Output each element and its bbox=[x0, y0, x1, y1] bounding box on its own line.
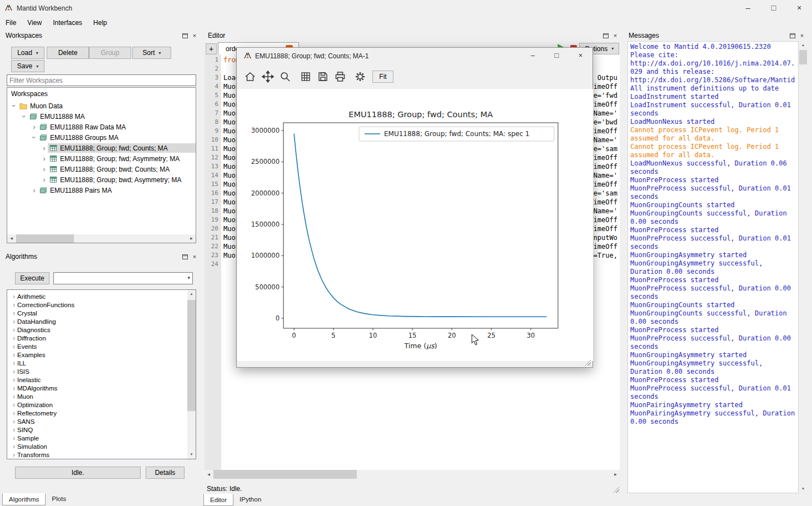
menu-file[interactable]: File bbox=[0, 17, 22, 30]
save-button[interactable]: Save▾ bbox=[11, 60, 44, 72]
float-panel-icon[interactable] bbox=[181, 253, 189, 260]
algorithm-category[interactable]: ›Simulation bbox=[7, 442, 187, 450]
algorithm-category[interactable]: ›DataHandling bbox=[7, 317, 187, 325]
algorithm-category[interactable]: ›Muon bbox=[7, 392, 187, 400]
algorithm-search-combobox[interactable]: ▾ bbox=[53, 272, 193, 284]
expand-arrow-icon[interactable]: › bbox=[11, 352, 17, 358]
expand-arrow-icon[interactable]: › bbox=[11, 443, 17, 450]
execute-button[interactable]: Execute bbox=[15, 272, 49, 284]
algorithm-category[interactable]: ›Examples bbox=[7, 350, 187, 359]
maximize-icon[interactable]: □ bbox=[761, 0, 786, 17]
print-icon[interactable] bbox=[333, 70, 347, 83]
delete-button[interactable]: Delete bbox=[47, 47, 89, 59]
home-icon[interactable] bbox=[243, 70, 257, 83]
scroll-left-arrow-icon[interactable]: ◀ bbox=[7, 234, 16, 243]
algorithm-category[interactable]: ›Events bbox=[7, 342, 187, 350]
expand-arrow-icon[interactable]: › bbox=[41, 155, 48, 162]
expand-arrow-icon[interactable]: › bbox=[11, 435, 17, 442]
expand-arrow-icon[interactable]: › bbox=[11, 302, 17, 308]
algorithm-category[interactable]: ›Arithmetic bbox=[7, 292, 187, 300]
algorithm-category[interactable]: ›ILL bbox=[7, 359, 187, 367]
expand-arrow-icon[interactable]: › bbox=[11, 385, 17, 392]
workspace-item[interactable]: ›Muon Data bbox=[7, 101, 196, 111]
workspace-item[interactable]: ›EMU11888 Pairs MA bbox=[7, 185, 196, 196]
new-tab-button[interactable]: + bbox=[206, 43, 217, 54]
close-panel-icon[interactable]: × bbox=[798, 32, 806, 39]
expand-arrow-icon[interactable]: › bbox=[11, 360, 17, 367]
vertical-scrollbar[interactable]: ▲ ▼ bbox=[799, 41, 808, 493]
vertical-scrollbar[interactable]: ▲ ▼ bbox=[187, 290, 196, 459]
tab-algorithms[interactable]: Algorithms bbox=[2, 493, 46, 505]
algorithm-category[interactable]: ›CorrectionFunctions bbox=[7, 300, 187, 309]
sort-button[interactable]: Sort▾ bbox=[132, 47, 171, 59]
expand-arrow-icon[interactable]: › bbox=[41, 176, 48, 183]
filter-workspaces-input[interactable] bbox=[7, 74, 196, 86]
close-icon[interactable]: × bbox=[569, 48, 592, 64]
scrollbar-thumb[interactable] bbox=[213, 470, 357, 479]
algorithm-category[interactable]: ›Crystal bbox=[7, 309, 187, 317]
workspace-item[interactable]: ›EMU11888; Group; fwd; Counts; MA bbox=[7, 143, 196, 153]
expand-arrow-icon[interactable]: › bbox=[41, 144, 48, 152]
algorithm-category[interactable]: ›SINQ bbox=[7, 425, 187, 434]
save-icon[interactable] bbox=[316, 70, 330, 83]
workspace-item[interactable]: ›EMU11888 MA bbox=[7, 111, 196, 122]
resize-grip[interactable] bbox=[612, 486, 619, 493]
horizontal-scrollbar[interactable]: ◀ ▶ bbox=[205, 470, 620, 479]
plot-window[interactable]: EMU11888; Group; fwd; Counts; MA-1 – □ × bbox=[236, 47, 593, 368]
plot-canvas[interactable]: 0510152025300500000100000015000002000000… bbox=[237, 89, 593, 361]
float-panel-icon[interactable] bbox=[602, 32, 610, 39]
zoom-icon[interactable] bbox=[278, 70, 292, 83]
algorithm-category-list[interactable]: ›Arithmetic›CorrectionFunctions›Crystal›… bbox=[7, 289, 196, 459]
tab-plots[interactable]: Plots bbox=[46, 493, 72, 505]
expand-arrow-icon[interactable]: › bbox=[41, 166, 48, 173]
expand-arrow-icon[interactable]: › bbox=[11, 452, 17, 458]
menu-view[interactable]: View bbox=[22, 17, 47, 30]
expand-arrow-icon[interactable]: › bbox=[11, 327, 17, 333]
expand-arrow-icon[interactable]: › bbox=[11, 410, 17, 417]
expand-arrow-icon[interactable]: › bbox=[11, 393, 17, 400]
resize-grip[interactable] bbox=[584, 359, 591, 365]
close-panel-icon[interactable]: × bbox=[191, 32, 198, 39]
scroll-right-arrow-icon[interactable]: ▶ bbox=[187, 234, 196, 243]
algorithm-category[interactable]: ›Inelastic bbox=[7, 375, 187, 384]
expand-arrow-icon[interactable]: › bbox=[11, 335, 17, 342]
algorithm-category[interactable]: ›Diagnostics bbox=[7, 325, 187, 334]
settings-gear-icon[interactable] bbox=[353, 70, 367, 83]
group-button[interactable]: Group bbox=[89, 47, 131, 59]
maximize-icon[interactable]: □ bbox=[545, 48, 569, 64]
expand-arrow-icon[interactable]: › bbox=[11, 368, 17, 375]
workspace-item[interactable]: ›EMU11888; Group; fwd; Asymmetry; MA bbox=[7, 153, 196, 164]
algorithm-category[interactable]: ›MDAlgorithms bbox=[7, 384, 187, 392]
expand-arrow-icon[interactable]: › bbox=[31, 123, 38, 131]
close-panel-icon[interactable]: × bbox=[191, 253, 198, 260]
expand-arrow-icon[interactable]: › bbox=[11, 427, 17, 433]
scrollbar-thumb[interactable] bbox=[799, 50, 807, 64]
expand-arrow-icon[interactable]: › bbox=[11, 402, 17, 408]
subplots-grid-icon[interactable] bbox=[299, 70, 312, 83]
collapse-arrow-icon[interactable]: › bbox=[21, 113, 28, 120]
close-panel-icon[interactable]: × bbox=[611, 32, 619, 39]
scroll-right-arrow-icon[interactable]: ▶ bbox=[611, 470, 620, 479]
scroll-up-arrow-icon[interactable]: ▲ bbox=[187, 290, 196, 298]
scrollbar-thumb[interactable] bbox=[187, 300, 196, 411]
algorithm-category[interactable]: ›Sample bbox=[7, 434, 187, 442]
scroll-down-arrow-icon[interactable]: ▼ bbox=[799, 485, 808, 493]
horizontal-scrollbar[interactable]: ◀ ▶ bbox=[7, 234, 196, 243]
expand-arrow-icon[interactable]: › bbox=[11, 318, 17, 325]
workspace-item[interactable]: ›EMU11888 Groups MA bbox=[7, 132, 196, 143]
expand-arrow-icon[interactable]: › bbox=[31, 187, 38, 194]
algorithm-category[interactable]: ›ISIS bbox=[7, 367, 187, 375]
load-button[interactable]: Load▾ bbox=[11, 47, 44, 59]
menu-interfaces[interactable]: Interfaces bbox=[47, 17, 88, 30]
scroll-left-arrow-icon[interactable]: ◀ bbox=[205, 470, 213, 479]
expand-arrow-icon[interactable]: › bbox=[11, 418, 17, 425]
fit-button[interactable]: Fit bbox=[372, 71, 393, 83]
expand-arrow-icon[interactable]: › bbox=[11, 310, 17, 317]
tab-editor[interactable]: Editor bbox=[203, 494, 233, 506]
workspace-tree[interactable]: Workspaces ›Muon Data›EMU11888 MA›EMU118… bbox=[7, 87, 196, 243]
close-icon[interactable]: × bbox=[786, 0, 812, 17]
workspace-item[interactable]: ›EMU11888 Raw Data MA bbox=[7, 122, 196, 132]
float-panel-icon[interactable] bbox=[181, 32, 189, 39]
algorithm-category[interactable]: ›Optimization bbox=[7, 400, 187, 409]
details-button[interactable]: Details bbox=[146, 467, 185, 479]
